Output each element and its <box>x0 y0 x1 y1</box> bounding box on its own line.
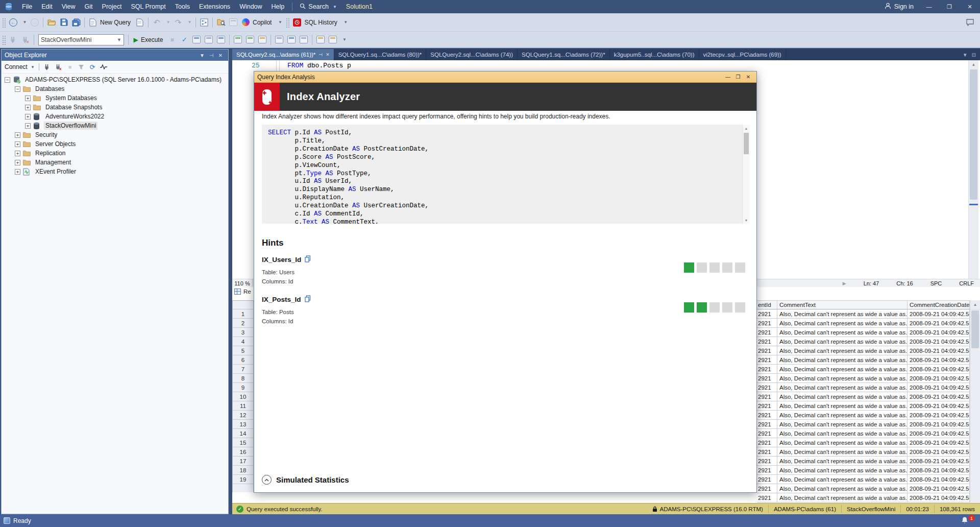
document-tab-1[interactable]: SQLQuery2.sq...\adams (61))*⊣✕ <box>232 49 334 60</box>
grid-cell-commentcreationdate[interactable]: 2008-09-21 04:09:42.50 <box>908 493 970 502</box>
grid-row-number[interactable]: 13 <box>232 420 254 429</box>
chevron-down-icon[interactable]: ▼ <box>963 52 968 58</box>
restore-button[interactable]: ❐ <box>939 0 960 13</box>
grid-cell-commenttext[interactable]: Also, Decimal can't represent as wide a … <box>777 475 908 484</box>
search-menu-button[interactable]: Search ▼ <box>296 0 341 13</box>
grid-cell-commenttext[interactable]: Also, Decimal can't represent as wide a … <box>777 438 908 447</box>
query-box-scrollbar[interactable]: ▲ ▼ <box>742 125 750 224</box>
grid-cell-commenttext[interactable]: Also, Decimal can't represent as wide a … <box>777 392 908 401</box>
comment-selection-icon[interactable] <box>314 34 327 46</box>
pin-icon[interactable]: ⊣ <box>318 52 323 57</box>
tree-item-system[interactable]: +System Databases <box>2 93 228 103</box>
grid-cell-commentcreationdate[interactable]: 2008-09-21 04:09:42.50 <box>908 319 970 328</box>
object-explorer-header[interactable]: Object Explorer ▼ ⊣ ✕ <box>2 50 228 61</box>
grid-row-number[interactable]: 15 <box>232 438 254 447</box>
sql-history-dropdown[interactable]: ▼ <box>340 16 350 29</box>
document-tab-3[interactable]: SQLQuery2.sql...C\adams (74)) <box>426 49 518 60</box>
grid-cell-commentid[interactable]: 2921 <box>757 355 777 365</box>
grid-row-number[interactable]: 8 <box>232 374 254 383</box>
results-to-text-icon[interactable] <box>273 34 285 46</box>
tree-item-management[interactable]: +Management <box>2 158 228 167</box>
grid-cell-commentcreationdate[interactable]: 2008-09-21 04:09:42.50 <box>908 429 970 438</box>
new-query-label[interactable]: New Query <box>100 19 131 26</box>
tree-item-replication[interactable]: +Replication <box>2 149 228 158</box>
grid-cell-commenttext[interactable]: Also, Decimal can't represent as wide a … <box>777 319 908 328</box>
copilot-label[interactable]: Copilot <box>253 19 272 26</box>
document-tab-2[interactable]: SQLQuery1.sq...C\adams (80))* <box>334 49 427 60</box>
scroll-up-icon[interactable]: ▲ <box>743 125 750 132</box>
simulated-statistics-toggle[interactable]: Simulated Statistics <box>262 475 349 485</box>
expand-icon[interactable]: + <box>25 114 31 119</box>
menu-sql-prompt[interactable]: SQL Prompt <box>126 0 170 13</box>
live-query-stats-icon[interactable] <box>244 34 256 46</box>
change-connection-icon[interactable] <box>19 34 32 46</box>
grid-cell-commentid[interactable]: 2921 <box>757 365 777 374</box>
minimize-button[interactable]: — <box>919 0 939 13</box>
close-button[interactable]: ✕ <box>960 0 980 13</box>
uncomment-selection-icon[interactable] <box>327 34 339 46</box>
save-button[interactable] <box>58 16 70 29</box>
stop-icon[interactable]: ■ <box>65 62 75 72</box>
close-icon[interactable]: ✕ <box>743 74 753 80</box>
grid-cell-commentcreationdate[interactable]: 2008-09-21 04:09:42.50 <box>908 484 970 493</box>
expand-icon[interactable]: + <box>15 132 20 138</box>
grid-row-number[interactable]: 1 <box>232 309 254 319</box>
new-query-icon[interactable] <box>87 16 99 29</box>
grid-cell-commenttext[interactable]: Also, Decimal can't represent as wide a … <box>777 346 908 355</box>
toolbar-grip[interactable] <box>285 17 289 28</box>
scroll-up-icon[interactable]: ▲ <box>969 60 978 68</box>
grid-cell-commentcreationdate[interactable]: 2008-09-21 04:09:42.50 <box>908 420 970 429</box>
copilot-icon[interactable] <box>239 16 252 29</box>
grid-cell-commenttext[interactable]: Also, Decimal can't represent as wide a … <box>777 401 908 411</box>
tree-item-security[interactable]: +Security <box>2 130 228 139</box>
sql-history-icon[interactable] <box>291 16 303 29</box>
connect-dropdown[interactable]: Connect ▼ <box>4 62 36 72</box>
grid-cell-commentid[interactable]: 2921 <box>757 438 777 447</box>
save-all-button[interactable] <box>70 16 82 29</box>
notification-bell-icon[interactable] <box>961 516 968 525</box>
grid-cell-commenttext[interactable]: Also, Decimal can't represent as wide a … <box>777 355 908 365</box>
grid-row-number[interactable]: 14 <box>232 429 254 438</box>
filter-icon[interactable] <box>76 62 86 72</box>
grid-row-number[interactable]: 10 <box>232 392 254 401</box>
grid-row-number[interactable]: 19 <box>232 475 254 484</box>
grid-cell-commenttext[interactable]: Also, Decimal can't represent as wide a … <box>777 337 908 346</box>
sign-in-button[interactable]: Sign in <box>879 3 919 11</box>
grid-row-number[interactable]: 5 <box>232 346 254 355</box>
grid-cell-commenttext[interactable]: Also, Decimal can't represent as wide a … <box>777 328 908 337</box>
minimize-icon[interactable]: — <box>723 74 733 80</box>
grid-row-number[interactable] <box>232 484 254 492</box>
cancel-query-icon[interactable]: ■ <box>166 34 178 46</box>
undo-button[interactable]: ↶ <box>151 16 163 29</box>
grid-cell-commentcreationdate[interactable]: 2008-09-21 04:09:42.50 <box>908 447 970 457</box>
execution-plan-icon[interactable] <box>198 16 210 29</box>
navigate-back-dropdown[interactable]: ▼ <box>19 16 29 29</box>
grid-cell-commentid[interactable]: 2921 <box>757 392 777 401</box>
display-estimated-plan-icon[interactable] <box>190 34 203 46</box>
grid-row-number[interactable]: 7 <box>232 365 254 374</box>
grid-cell-commentcreationdate[interactable]: 2008-09-21 04:09:42.50 <box>908 374 970 383</box>
copy-icon[interactable] <box>305 295 311 304</box>
grid-cell-commenttext[interactable]: Also, Decimal can't represent as wide a … <box>777 411 908 420</box>
grid-row-number[interactable]: 12 <box>232 411 254 420</box>
client-stats-icon[interactable] <box>256 34 268 46</box>
tree-item-server[interactable]: +Server Objects <box>2 139 228 149</box>
tree-item-databases[interactable]: −Databases <box>2 84 228 93</box>
grid-cell-commentid[interactable]: 2921 <box>757 475 777 484</box>
grid-cell-commentid[interactable]: 2921 <box>757 457 777 466</box>
grid-cell-commentcreationdate[interactable]: 2008-09-21 04:09:42.50 <box>908 365 970 374</box>
grid-corner-cell[interactable] <box>232 300 254 309</box>
open-file-button[interactable] <box>45 16 58 29</box>
refresh-icon[interactable]: ⟳ <box>87 62 97 72</box>
disconnect-server-icon[interactable] <box>54 62 64 72</box>
grid-cell-commentid[interactable]: 2921 <box>757 466 777 475</box>
grid-row-number[interactable]: 16 <box>232 447 254 457</box>
grid-row-number[interactable]: 2 <box>232 319 254 328</box>
close-icon[interactable]: ✕ <box>326 52 330 57</box>
grid-cell-commentid[interactable]: 2921 <box>757 484 777 493</box>
grid-cell-commentid[interactable]: 2921 <box>757 309 777 319</box>
navigate-forward-button[interactable]: → <box>29 16 41 29</box>
grid-column-header[interactable]: entId <box>757 300 777 309</box>
open-query-icon[interactable] <box>134 16 146 29</box>
expand-icon[interactable]: + <box>15 151 20 156</box>
